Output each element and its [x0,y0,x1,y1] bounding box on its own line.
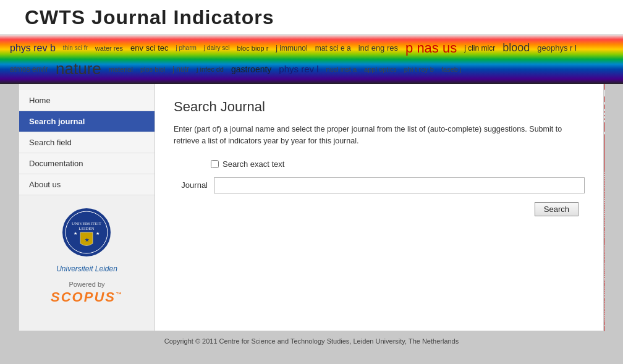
banner-word: plos biol [140,66,165,73]
leiden-label: Universiteit Leiden [56,265,117,273]
right-stripe: CWTS Centrum voor Wetenschaps- en Techno… [604,84,604,331]
banner-word: phi t roy b [404,66,434,73]
banner-word: nucl inst a [326,66,357,73]
content-heading: Search Journal [174,99,585,115]
exact-text-row: Search exact text [211,159,585,169]
sidebar-item-search-journal[interactable]: Search journal [19,111,155,132]
logo-section: UNIVERSITEIT LEIDEN ★ ★ ★ Universiteit L… [44,208,129,305]
content-area: Search Journal Enter (part of) a journal… [155,84,603,331]
page-title: CWTS Journal Indicators [25,6,598,29]
search-button[interactable]: Search [535,202,578,216]
banner-word: geophys r l [537,43,577,53]
footer: Copyright © 2011 Centre for Science and … [0,331,623,350]
leiden-logo: UNIVERSITEIT LEIDEN ★ ★ ★ [62,208,111,257]
sidebar-item-search-field[interactable]: Search field [19,132,155,153]
journal-row: Journal [174,177,585,193]
sidebar-item-home[interactable]: Home [19,90,155,111]
search-button-row: Search [174,202,578,216]
banner-word: water res [95,44,123,52]
banner-word: mat sci e a [315,44,351,53]
powered-by-label: Powered by [51,281,123,288]
banner-word: j nutr [172,65,189,74]
banner-word: phys rev b [10,43,56,54]
cwts-stripe-label: CWTS [604,89,604,135]
svg-text:UNIVERSITEIT: UNIVERSITEIT [72,221,103,226]
banner-word: appl optics [364,66,397,73]
svg-text:★: ★ [74,231,77,235]
copyright-text: Copyright © 2011 Centre for Science and … [164,337,459,345]
banner-word: j immunol [276,44,307,53]
page-header: CWTS Journal Indicators [0,0,623,35]
banner-word: thin sci fr [63,44,88,51]
banner-word: material [109,66,133,73]
banner-word: j infec dd [197,66,224,73]
banner-word: blood [502,41,530,54]
banner-word: faseb j [441,66,461,73]
journal-input[interactable] [214,177,585,193]
svg-text:LEIDEN: LEIDEN [79,226,95,231]
exact-text-label[interactable]: Search exact text [222,159,284,169]
svg-text:★: ★ [85,237,90,243]
banner-word: env sci tec [130,43,168,53]
banner-word: j clin micr [464,44,495,53]
banner-wordcloud: phys rev bthin sci frwater resenv sci te… [0,35,623,84]
banner-word: p nas us [405,40,457,56]
banner-word: nature [56,59,101,78]
banner-word: j dairy sci [204,44,230,51]
nav-menu: HomeSearch journalSearch fieldDocumentat… [19,90,155,195]
exact-text-checkbox[interactable] [211,160,219,168]
sidebar-item-documentation[interactable]: Documentation [19,153,155,174]
description-text: Enter (part of) a journal name and selec… [174,124,585,147]
banner: phys rev bthin sci frwater resenv sci te… [0,35,623,84]
banner-word: atmos envir [10,65,48,74]
banner-word: bloc biop r [237,44,269,52]
sidebar-item-about-us[interactable]: About us [19,174,155,195]
sidebar: HomeSearch journalSearch fieldDocumentat… [19,84,155,331]
stripe-subtitle: Centrum voor Wetenschaps- en Technologie… [604,170,604,326]
svg-text:★: ★ [96,231,100,235]
banner-word: gastroenty [231,64,271,74]
banner-word: phys rev l [279,64,318,74]
scopus-logo: SCOPUS™ [51,289,123,305]
banner-word: j pharm [176,44,197,51]
journal-label: Journal [174,180,208,190]
banner-word: ind eng res [358,43,398,53]
